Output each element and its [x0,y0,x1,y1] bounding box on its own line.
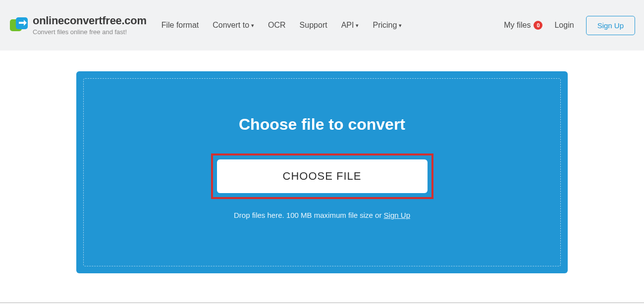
dropzone-title: Choose file to convert [239,115,405,134]
nav-label: Pricing [373,21,397,30]
main: Choose file to convert CHOOSE FILE Drop … [0,51,644,273]
nav-support[interactable]: Support [300,21,327,30]
choose-file-button[interactable]: CHOOSE FILE [217,159,428,193]
header-right: My files 0 Login Sign Up [504,16,635,35]
chevron-down-icon: ▾ [251,22,254,29]
drop-hint-text: Drop files here. 100 MB maximum file siz… [234,211,384,219]
signup-button[interactable]: Sign Up [586,16,635,35]
nav-pricing[interactable]: Pricing ▾ [373,21,402,30]
main-nav: File format Convert to ▾ OCR Support API… [161,21,402,30]
dropzone[interactable]: Choose file to convert CHOOSE FILE Drop … [76,71,568,273]
chevron-down-icon: ▾ [399,22,402,29]
nav-label: OCR [268,21,286,30]
my-files-label: My files [504,21,531,30]
chevron-down-icon: ▾ [356,22,359,29]
choose-file-highlight: CHOOSE FILE [211,153,433,199]
tagline: Convert files online free and fast! [33,28,147,36]
nav-label: Support [300,21,327,30]
logo-icon [9,15,29,35]
logo-area[interactable]: onlineconvertfree.com Convert files onli… [9,14,147,36]
drop-hint: Drop files here. 100 MB maximum file siz… [234,211,410,219]
drop-hint-signup-link[interactable]: Sign Up [384,211,410,219]
nav-ocr[interactable]: OCR [268,21,286,30]
login-link[interactable]: Login [554,21,574,30]
logo-text: onlineconvertfree.com Convert files onli… [33,14,147,36]
nav-file-format[interactable]: File format [161,21,199,30]
footer-divider [0,303,644,303]
nav-label: File format [161,21,199,30]
nav-label: API [341,21,354,30]
dropzone-inner: Choose file to convert CHOOSE FILE Drop … [83,78,561,266]
nav-label: Convert to [213,21,249,30]
nav-convert-to[interactable]: Convert to ▾ [213,21,254,30]
site-name: onlineconvertfree.com [33,14,147,27]
nav-api[interactable]: API ▾ [341,21,359,30]
my-files-link[interactable]: My files 0 [504,21,542,30]
header: onlineconvertfree.com Convert files onli… [0,0,644,51]
my-files-badge: 0 [534,21,542,30]
